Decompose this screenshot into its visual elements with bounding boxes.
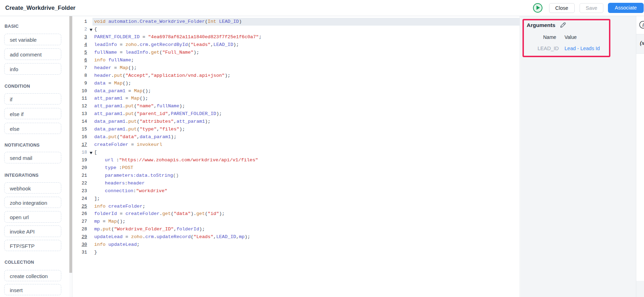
svg-text:i: i xyxy=(643,22,644,28)
